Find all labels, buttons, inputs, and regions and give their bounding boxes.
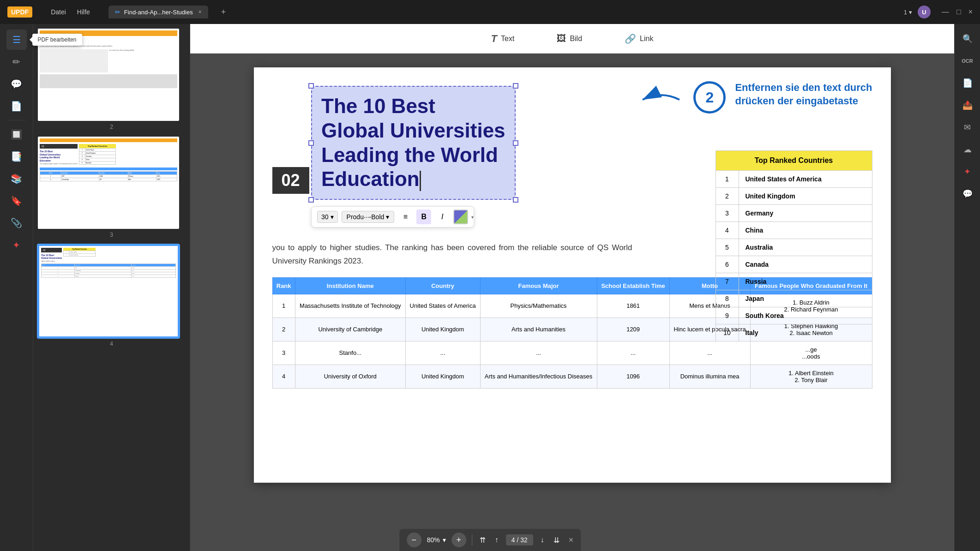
cloud-icon[interactable]: ☁: [958, 140, 977, 159]
toolbar-security-icon[interactable]: 📚: [6, 168, 27, 189]
zoom-value[interactable]: 80% ▾: [427, 536, 446, 544]
zoom-close-button[interactable]: ×: [569, 535, 574, 545]
toolbar-thumbnail-icon[interactable]: ☰ PDF bearbeiten: [6, 30, 27, 50]
toolbar-forms-icon[interactable]: 📑: [6, 146, 27, 167]
cell-major-4: Arts and Humanities/Infectious Diseases: [480, 365, 597, 388]
cell-established-1: 1861: [597, 294, 669, 317]
search-icon[interactable]: 🔍: [958, 30, 977, 48]
toolbar-stamp-icon[interactable]: 🔲: [6, 124, 27, 144]
toolbar-edit-icon[interactable]: ✏: [6, 52, 27, 72]
toolbar-comment-icon[interactable]: 💬: [6, 74, 27, 94]
close-button[interactable]: ×: [968, 8, 973, 16]
zoom-out-button[interactable]: −: [407, 533, 421, 547]
total-pages: 32: [520, 536, 528, 544]
resize-handle-br[interactable]: [513, 197, 518, 203]
thumb-label-2: 2: [37, 124, 186, 130]
cell-institution-3: Stanfo...: [295, 341, 405, 365]
cell-institution-1: Massachusetts Institute of Technology: [295, 294, 405, 317]
toolbar-pages-icon[interactable]: 📄: [6, 96, 27, 116]
ranked-row-4: 4 China: [715, 222, 872, 239]
text-tool-button[interactable]: T Text: [484, 29, 522, 48]
font-size-selector[interactable]: 30 ▾: [317, 211, 338, 223]
ranked-num-7: 7: [716, 273, 739, 290]
resize-handle-ml[interactable]: [308, 140, 314, 146]
menu-bar: Datei Hilfe: [51, 8, 90, 16]
image-tool-label: Bild: [570, 35, 582, 43]
ranked-country-3: Germany: [739, 205, 872, 222]
resize-handle-tl[interactable]: [308, 83, 314, 89]
page-nav-arrow[interactable]: ▾: [909, 9, 912, 16]
cell-country-1: United States of America: [405, 294, 480, 317]
align-button[interactable]: ≡: [398, 210, 413, 224]
ranked-num-2: 2: [716, 188, 739, 204]
new-tab-button[interactable]: +: [221, 7, 226, 17]
image-tool-button[interactable]: 🖼 Bild: [549, 30, 589, 48]
title-edit-box[interactable]: The 10 Best Global Universities Leading …: [311, 86, 516, 200]
link-tool-label: Link: [640, 35, 653, 43]
nav-next-button[interactable]: ↓: [539, 534, 546, 546]
ranked-row-3: 3 Germany: [715, 205, 872, 222]
menu-hilfe[interactable]: Hilfe: [77, 8, 90, 16]
titlebar: UPDF Datei Hilfe ✏ Find-and-Ap...her-Stu…: [0, 0, 980, 24]
user-avatar[interactable]: U: [918, 6, 931, 18]
minimize-button[interactable]: —: [942, 8, 949, 16]
ranked-num-6: 6: [716, 256, 739, 273]
ai-assistant-icon[interactable]: ✦: [958, 162, 977, 181]
zoom-arrow[interactable]: ▾: [443, 536, 446, 544]
zoom-divider: [472, 534, 472, 545]
tab-close-button[interactable]: ×: [198, 9, 202, 15]
col-major: Famous Major: [480, 277, 597, 294]
annotation-text: Entfernen sie den text durch drücken der…: [735, 81, 872, 108]
page-nav[interactable]: 1 ▾: [904, 9, 912, 16]
email-icon[interactable]: ✉: [958, 118, 977, 137]
title-line3: Leading the World: [321, 143, 505, 168]
italic-button[interactable]: I: [435, 210, 450, 224]
page-indicator[interactable]: 4 / 32: [506, 534, 533, 545]
convert-icon[interactable]: 📄: [958, 74, 977, 92]
zoom-bar: − 80% ▾ + ⇈ ↑ 4 / 32 ↓ ⇊ ×: [399, 529, 581, 551]
nav-prev-button[interactable]: ↑: [493, 534, 500, 546]
cell-major-3: ...: [480, 341, 597, 365]
thumbnail-page-4[interactable]: 02 The 10 BestGlobal Universities higher…: [37, 244, 186, 347]
annotation-circle: 2: [693, 81, 726, 114]
bold-button[interactable]: B: [416, 210, 431, 224]
cell-famous-4: 1. Albert Einstein2. Tony Blair: [750, 365, 872, 388]
ranked-row-10: 10 Italy: [715, 324, 872, 341]
right-toolbar: 🔍 OCR 📄 📤 ✉ ☁ ✦ 💬: [954, 24, 980, 551]
resize-handle-tr[interactable]: [513, 83, 518, 89]
cell-rank-4: 4: [272, 365, 295, 388]
col-country: Country: [405, 277, 480, 294]
cell-motto-3: ...: [669, 341, 750, 365]
toolbar-attach-icon[interactable]: 📎: [6, 213, 27, 233]
font-family-selector[interactable]: Produ···-Bold ▾: [342, 211, 395, 223]
title-line4: Education: [321, 167, 505, 192]
ocr-icon[interactable]: OCR: [958, 52, 977, 70]
chat-icon[interactable]: 💬: [958, 185, 977, 203]
nav-last-button[interactable]: ⇊: [552, 534, 561, 546]
active-tab[interactable]: ✏ Find-and-Ap...her-Studies ×: [108, 6, 208, 18]
page-number: 1: [904, 9, 907, 16]
share-icon[interactable]: 📤: [958, 96, 977, 114]
toolbar-ai-icon[interactable]: ✦: [6, 235, 27, 255]
center-content: T Text 🖼 Bild 🔗 Link: [190, 24, 954, 551]
pdf-area[interactable]: 2 Entfernen sie den text durch drücken d…: [190, 54, 954, 551]
zoom-in-button[interactable]: +: [451, 533, 466, 547]
nav-first-button[interactable]: ⇈: [478, 534, 487, 546]
link-tool-button[interactable]: 🔗 Link: [617, 30, 661, 48]
ranked-country-6: Canada: [739, 256, 872, 273]
toolbar-bookmark-icon[interactable]: 🔖: [6, 191, 27, 211]
resize-handle-mr[interactable]: [513, 140, 518, 146]
color-picker-button[interactable]: ▾: [453, 210, 468, 224]
font-size-arrow[interactable]: ▾: [331, 213, 334, 221]
menu-datei[interactable]: Datei: [51, 8, 66, 16]
font-family-arrow[interactable]: ▾: [386, 213, 389, 221]
thumbnail-panel[interactable]: Internationally ForHigher Studies Lorem …: [33, 24, 190, 551]
thumb-img-3: 02 The 10 BestGlobal UniversitiesLeading…: [37, 136, 180, 230]
maximize-button[interactable]: □: [956, 8, 961, 16]
cell-country-4: United Kingdom: [405, 365, 480, 388]
zoom-percent: 80%: [427, 536, 440, 544]
resize-handle-bl[interactable]: [308, 197, 314, 203]
thumbnail-page-3[interactable]: 02 The 10 BestGlobal UniversitiesLeading…: [37, 136, 186, 238]
cell-country-2: United Kingdom: [405, 317, 480, 341]
title-edit-area[interactable]: The 10 Best Global Universities Leading …: [311, 86, 516, 200]
